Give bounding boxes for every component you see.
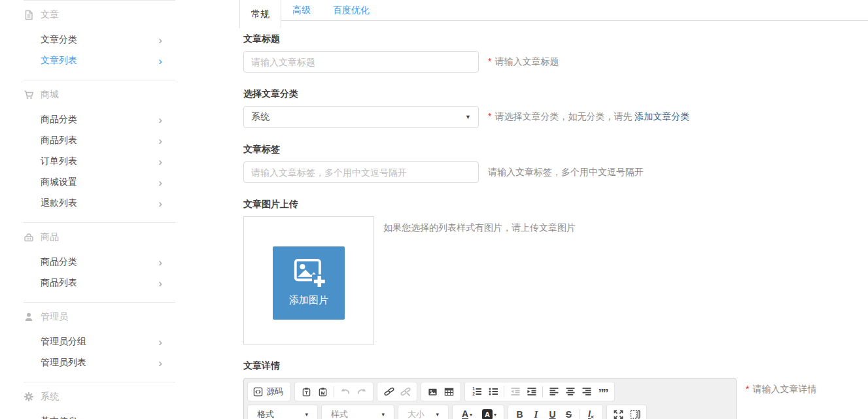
required-mark: * (746, 384, 749, 394)
sidebar-header-label: 商品 (41, 231, 59, 243)
combo-label: 格式 (257, 409, 274, 419)
maximize-button[interactable] (610, 407, 627, 419)
sidebar-item-label: 商品分类 (41, 256, 77, 268)
category-select[interactable]: 系统 ▼ (243, 106, 479, 128)
align-left-button[interactable] (546, 384, 562, 399)
svg-text:1: 1 (472, 386, 475, 391)
insert-table-button[interactable] (441, 384, 457, 399)
sidebar-item-article-list[interactable]: 文章列表 › (0, 50, 196, 71)
field-hint: 如果您选择的列表样式有图片，请上传文章图片 (383, 216, 576, 234)
toolbar-group-source: 源码 (247, 382, 291, 401)
article-tags-input[interactable] (243, 161, 479, 183)
sidebar-item-article-category[interactable]: 文章分类 › (0, 29, 196, 50)
unlink-icon (400, 386, 411, 397)
add-image-label: 添加图片 (289, 294, 328, 307)
sidebar-item-product-category[interactable]: 商品分类 › (0, 252, 196, 273)
main-content: 常规 高级 百度优化 文章标题 *请输入文章标题 (196, 0, 868, 419)
toolbar-group-styles: 样式 ▾ (321, 405, 394, 419)
undo-icon (340, 386, 351, 397)
bold-button[interactable]: B (512, 407, 528, 419)
chevron-right-icon: › (158, 278, 162, 289)
add-image-button[interactable]: 添加图片 (273, 246, 345, 320)
sidebar-item-goods-category[interactable]: 商品分类 › (0, 109, 196, 130)
article-form: 文章标题 *请输入文章标题 选择文章分类 系统 ▼ *请选 (243, 33, 868, 419)
align-center-button[interactable] (562, 384, 578, 399)
sidebar-item-label: 退款列表 (41, 197, 77, 209)
insert-image-button[interactable] (425, 384, 441, 399)
user-icon (24, 312, 34, 322)
field-article-image: 文章图片上传 添加图片 如果您选择的列表样式有图片，请上传文章图片 (243, 199, 868, 344)
text-color-button[interactable]: A ▾ (456, 407, 478, 419)
caret-down-icon: ▾ (470, 412, 472, 418)
blockquote-button[interactable]: ”” (595, 384, 611, 399)
italic-button[interactable]: I (528, 407, 544, 419)
source-button[interactable]: 源码 (251, 384, 287, 399)
format-combo[interactable]: 格式 ▾ (251, 407, 314, 419)
source-label: 源码 (266, 386, 283, 397)
align-right-button[interactable] (578, 384, 595, 399)
source-code-icon (253, 387, 263, 397)
sidebar-item-refund-list[interactable]: 退款列表 › (0, 193, 196, 214)
sidebar-item-mall-settings[interactable]: 商城设置 › (0, 172, 196, 193)
remove-format-button[interactable]: I × (583, 407, 599, 419)
undo-button[interactable] (337, 384, 353, 399)
italic-icon: I (534, 409, 538, 419)
sidebar-section-product: 商品 商品分类 › 商品列表 › (0, 222, 196, 302)
tab-general[interactable]: 常规 (239, 0, 281, 28)
sidebar-item-admin-group[interactable]: 管理员分组 › (0, 331, 196, 352)
strikethrough-button[interactable]: S (561, 407, 577, 419)
toolbar-group-colors: A ▾ A ▾ (452, 405, 504, 419)
text-color-icon: A (462, 409, 468, 419)
tab-advanced[interactable]: 高级 (281, 0, 322, 20)
sidebar-header-label: 商城 (41, 89, 59, 101)
ordered-list-button[interactable]: 12 (468, 384, 485, 399)
sidebar-header-system: 系统 (0, 382, 196, 411)
file-text-icon (24, 10, 34, 20)
field-article-category: 选择文章分类 系统 ▼ *请选择文章分类，如无分类，请先 添加文章分类 (243, 88, 868, 128)
sidebar-item-basic-info[interactable]: 基本信息 › (0, 411, 196, 419)
sidebar-item-order-list[interactable]: 订单列表 › (0, 151, 196, 172)
indent-button[interactable] (523, 384, 540, 399)
sidebar-item-label: 商品分类 (41, 114, 77, 126)
size-combo[interactable]: 大小 ▾ (402, 407, 445, 419)
sidebar: 文章 文章分类 › 文章列表 › 商城 商品分类 › (0, 0, 196, 419)
tab-baidu-seo[interactable]: 百度优化 (322, 0, 381, 20)
underline-button[interactable]: U (544, 407, 561, 419)
sidebar-item-admin-list[interactable]: 管理员列表 › (0, 352, 196, 373)
redo-button[interactable] (353, 384, 370, 399)
rich-text-editor: 源码 (243, 378, 737, 419)
hint-text: 请输入文章标签，多个用中文逗号隔开 (488, 167, 644, 177)
toolbar-separator (334, 386, 334, 397)
sidebar-item-label: 商品列表 (41, 135, 77, 146)
outdent-button[interactable] (507, 384, 523, 399)
sidebar-item-label: 管理员分组 (41, 336, 86, 348)
add-category-link[interactable]: 添加文章分类 (634, 111, 689, 122)
image-plus-icon (291, 255, 326, 290)
chevron-right-icon: › (158, 198, 162, 209)
sidebar-item-label: 文章分类 (41, 34, 77, 46)
sidebar-item-product-list[interactable]: 商品列表 › (0, 273, 196, 293)
toolbar-group-links (377, 382, 417, 401)
chevron-right-icon: › (158, 257, 162, 268)
field-label: 选择文章分类 (243, 88, 868, 100)
article-title-input[interactable] (243, 51, 479, 73)
link-button[interactable] (381, 384, 397, 399)
sidebar-header-article: 文章 (0, 1, 196, 29)
chevron-right-icon: › (158, 337, 162, 348)
sidebar-header-product: 商品 (0, 223, 196, 252)
paste-word-button[interactable] (315, 384, 331, 399)
show-blocks-button[interactable] (627, 407, 643, 419)
bg-color-button[interactable]: A ▾ (478, 407, 500, 419)
image-upload-dropzone[interactable]: 添加图片 (243, 216, 374, 344)
field-label: 文章图片上传 (243, 199, 868, 210)
unlink-button[interactable] (397, 384, 413, 399)
field-article-title: 文章标题 *请输入文章标题 (243, 33, 868, 73)
sidebar-item-goods-list[interactable]: 商品列表 › (0, 130, 196, 151)
field-hint: *请选择文章分类，如无分类，请先 添加文章分类 (488, 111, 689, 123)
bullet-list-button[interactable] (485, 384, 501, 399)
select-value: 系统 (251, 111, 269, 123)
styles-combo[interactable]: 样式 ▾ (325, 407, 391, 419)
paste-text-button[interactable] (298, 384, 315, 399)
align-right-icon (582, 386, 592, 397)
sidebar-section-system: 系统 基本信息 › (0, 382, 196, 419)
